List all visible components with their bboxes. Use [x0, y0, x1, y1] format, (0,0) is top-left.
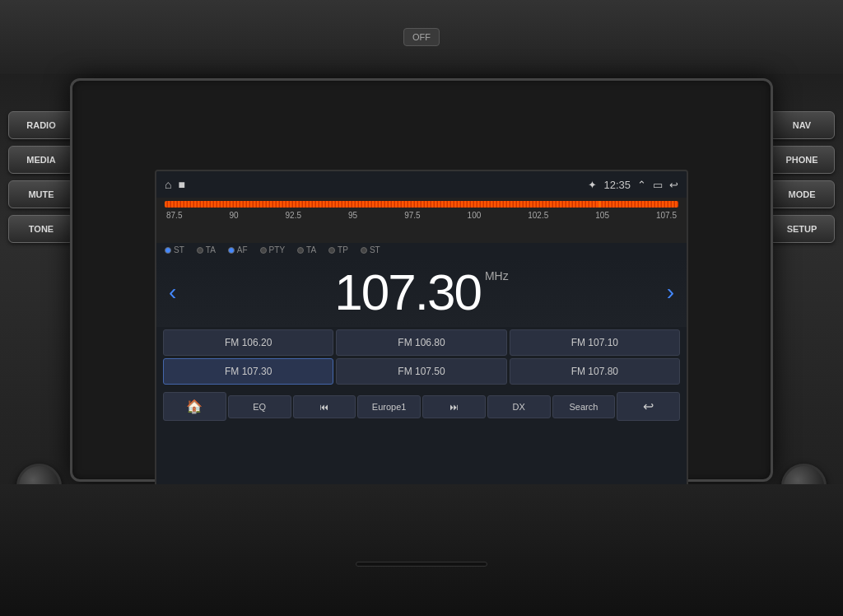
rds-label-pty: PTY: [269, 245, 285, 254]
rds-dot-af: [228, 247, 235, 254]
setup-button[interactable]: SETUP: [769, 215, 835, 243]
rds-tp: TP: [328, 245, 348, 254]
scale-mark-6: 100: [468, 211, 482, 220]
right-button-panel: NAV PHONE MODE SETUP: [769, 78, 835, 243]
top-panel: OFF: [0, 0, 843, 74]
rds-label-af: AF: [237, 245, 248, 254]
preset-button-1[interactable]: FM 106.20: [163, 329, 333, 356]
frequency-display: ‹ 107.30 MHz ›: [156, 257, 687, 327]
rds-af: AF: [228, 245, 248, 254]
rds-st1: ST: [165, 245, 184, 254]
rds-ta1: TA: [197, 245, 216, 254]
frequency-value: 107.30: [334, 263, 481, 321]
home-toolbar-button[interactable]: 🏠: [163, 392, 226, 421]
off-button[interactable]: OFF: [403, 28, 440, 46]
rds-label-tp: TP: [338, 245, 348, 254]
nav-button[interactable]: NAV: [769, 111, 835, 139]
rds-label-st1: ST: [174, 245, 184, 254]
rds-ta2: TA: [297, 245, 316, 254]
window-icon: ▭: [653, 179, 663, 191]
clock: 12:35: [603, 179, 631, 191]
rds-label-st2: ST: [370, 245, 380, 254]
rds-dot-st1: [165, 247, 171, 254]
rds-row: ST TA AF PTY TA TP: [156, 243, 687, 257]
rds-dot-ta1: [197, 247, 203, 254]
presets-grid: FM 106.20FM 106.80FM 107.10FM 107.30FM 1…: [156, 327, 687, 387]
frequency-unit: MHz: [485, 269, 509, 282]
scale-mark-8: 105: [595, 211, 609, 220]
scale-mark-4: 95: [348, 211, 357, 220]
status-left: ⌂ ■: [165, 178, 185, 191]
preset-button-3[interactable]: FM 107.10: [510, 329, 680, 356]
home-icon: ⌂: [165, 178, 171, 191]
scale-mark-2: 90: [229, 211, 238, 220]
bluetooth-icon: ✦: [588, 179, 597, 191]
next-freq-button[interactable]: ›: [667, 279, 674, 306]
phone-button[interactable]: PHONE: [769, 146, 835, 174]
rds-dot-pty: [260, 247, 267, 254]
search-button[interactable]: Search: [552, 395, 616, 418]
frequency-indicator: [598, 201, 601, 208]
top-controls: OFF: [403, 28, 440, 46]
prev-freq-button[interactable]: ‹: [169, 279, 176, 306]
mode-button[interactable]: MODE: [769, 180, 835, 208]
status-bar: ⌂ ■ ✦ 12:35 ⌃ ▭ ↩: [156, 171, 687, 198]
dx-button[interactable]: DX: [487, 395, 551, 418]
station-name[interactable]: Europe1: [357, 395, 421, 418]
expand-icon: ⌃: [637, 179, 646, 191]
prev-track-button[interactable]: ⏮: [293, 395, 356, 418]
scale-mark-7: 102.5: [528, 211, 548, 220]
back-toolbar-button[interactable]: ↩: [617, 392, 680, 421]
rds-dot-ta2: [297, 247, 304, 254]
media-button[interactable]: MEDIA: [8, 146, 74, 174]
rds-label-ta1: TA: [206, 245, 216, 254]
rds-dot-st2: [361, 247, 367, 254]
scale-mark-3: 92.5: [286, 211, 301, 220]
cd-slot: [356, 562, 487, 567]
rds-dot-tp: [328, 247, 335, 254]
back-icon: ↩: [669, 179, 678, 191]
scale-mark-5: 97.5: [404, 211, 420, 220]
rds-pty: PTY: [260, 245, 285, 254]
scale-mark-9: 107.5: [656, 211, 677, 220]
scale-mark-1: 87.5: [166, 211, 182, 220]
tone-button[interactable]: TONE: [8, 215, 74, 243]
preset-button-5[interactable]: FM 107.50: [336, 358, 506, 385]
mute-button[interactable]: MUTE: [8, 180, 74, 208]
frequency-slider-area[interactable]: 87.5 90 92.5 95 97.5 100 102.5 105 107.5: [156, 198, 687, 243]
preset-button-4[interactable]: FM 107.30: [163, 358, 333, 385]
status-right: ✦ 12:35 ⌃ ▭ ↩: [588, 179, 678, 191]
radio-button[interactable]: RADIO: [8, 111, 74, 139]
frequency-scale: 87.5 90 92.5 95 97.5 100 102.5 105 107.5: [165, 211, 678, 220]
left-button-panel: RADIO MEDIA MUTE TONE: [8, 78, 74, 243]
square-icon: ■: [178, 178, 184, 191]
bottom-panel: [0, 484, 843, 616]
rds-label-ta2: TA: [306, 245, 316, 254]
frequency-bar: [165, 201, 678, 208]
preset-button-2[interactable]: FM 106.80: [336, 329, 506, 356]
bottom-toolbar: 🏠 EQ ⏮ Europe1 ⏭ DX Search ↩: [156, 389, 687, 424]
preset-button-6[interactable]: FM 107.80: [510, 358, 680, 385]
eq-button[interactable]: EQ: [228, 395, 291, 418]
unit-frame: ⌂ ■ ✦ 12:35 ⌃ ▭ ↩ 87.5 90 92.5 95 97: [70, 78, 773, 482]
rds-st2: ST: [361, 245, 380, 254]
next-track-button[interactable]: ⏭: [422, 395, 486, 418]
screen: ⌂ ■ ✦ 12:35 ⌃ ▭ ↩ 87.5 90 92.5 95 97: [155, 170, 688, 491]
